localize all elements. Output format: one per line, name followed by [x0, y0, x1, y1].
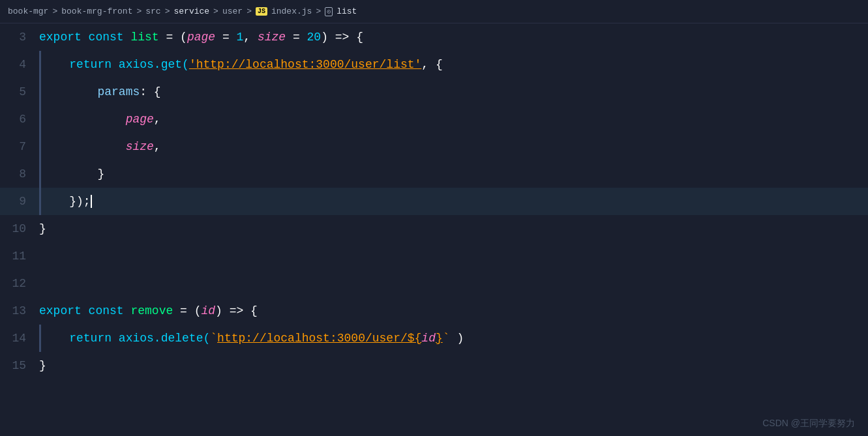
code-line-12: 12: [0, 270, 868, 297]
watermark: CSDN @王同学要努力: [762, 418, 855, 429]
breadcrumb-sep-1: >: [52, 7, 57, 16]
line-num-13: 13: [0, 297, 39, 325]
line-num-11: 11: [0, 242, 39, 270]
breadcrumb-index-js[interactable]: index.js: [271, 7, 312, 16]
breadcrumb-service[interactable]: service: [173, 7, 209, 16]
line-num-8: 8: [0, 160, 39, 188]
code-line-6: 6 page,: [0, 106, 868, 133]
line-content-3: export const list = (page = 1, size = 20…: [39, 23, 868, 51]
line-num-12: 12: [0, 270, 39, 297]
line-num-4: 4: [0, 51, 39, 78]
line-content-8: }: [41, 160, 868, 188]
code-line-9: 9 });: [0, 188, 868, 215]
breadcrumb: book-mgr > book-mrg-front > src > servic…: [0, 0, 868, 23]
code-line-8: 8 }: [0, 160, 868, 188]
line-num-14: 14: [0, 325, 39, 352]
code-line-15: 15 }: [0, 352, 868, 379]
breadcrumb-src[interactable]: src: [145, 7, 160, 16]
line-content-6: page,: [41, 106, 868, 133]
breadcrumb-list[interactable]: list: [337, 7, 357, 16]
breadcrumb-sep-3: >: [165, 7, 170, 16]
line-content-12: [39, 270, 868, 297]
line-content-4: return axios.get('http://localhost:3000/…: [41, 51, 868, 78]
line-num-10: 10: [0, 215, 39, 242]
code-line-11: 11: [0, 242, 868, 270]
breadcrumb-book-mrg-front[interactable]: book-mrg-front: [61, 7, 132, 16]
function-icon: ⊙: [325, 7, 333, 16]
breadcrumb-sep-6: >: [316, 7, 321, 16]
code-editor[interactable]: 3 export const list = (page = 1, size = …: [0, 23, 868, 436]
line-content-14: return axios.delete(`http://localhost:30…: [41, 325, 868, 352]
code-line-5: 5 params: {: [0, 78, 868, 106]
line-num-3: 3: [0, 23, 39, 51]
line-content-13: export const remove = (id) => {: [39, 297, 868, 325]
code-line-10: 10 }: [0, 215, 868, 242]
line-content-7: size,: [41, 133, 868, 160]
line-num-6: 6: [0, 106, 39, 133]
breadcrumb-user[interactable]: user: [222, 7, 243, 16]
breadcrumb-sep-2: >: [136, 7, 142, 16]
code-line-3: 3 export const list = (page = 1, size = …: [0, 23, 868, 51]
breadcrumb-sep-5: >: [247, 7, 252, 16]
line-num-9: 9: [0, 188, 39, 215]
line-num-7: 7: [0, 133, 39, 160]
js-file-icon: JS: [256, 7, 267, 16]
line-content-10: }: [39, 215, 868, 242]
line-num-15: 15: [0, 352, 39, 379]
line-content-15: }: [39, 352, 868, 379]
line-content-11: [39, 242, 868, 270]
breadcrumb-sep-4: >: [213, 7, 218, 16]
line-num-5: 5: [0, 78, 39, 106]
code-line-14: 14 return axios.delete(`http://localhost…: [0, 325, 868, 352]
code-line-13: 13 export const remove = (id) => {: [0, 297, 868, 325]
line-content-9: });: [41, 188, 868, 215]
code-lines: 3 export const list = (page = 1, size = …: [0, 23, 868, 436]
code-line-7: 7 size,: [0, 133, 868, 160]
line-content-5: params: {: [41, 78, 868, 106]
breadcrumb-book-mgr[interactable]: book-mgr: [8, 7, 48, 16]
code-line-4: 4 return axios.get('http://localhost:300…: [0, 51, 868, 78]
